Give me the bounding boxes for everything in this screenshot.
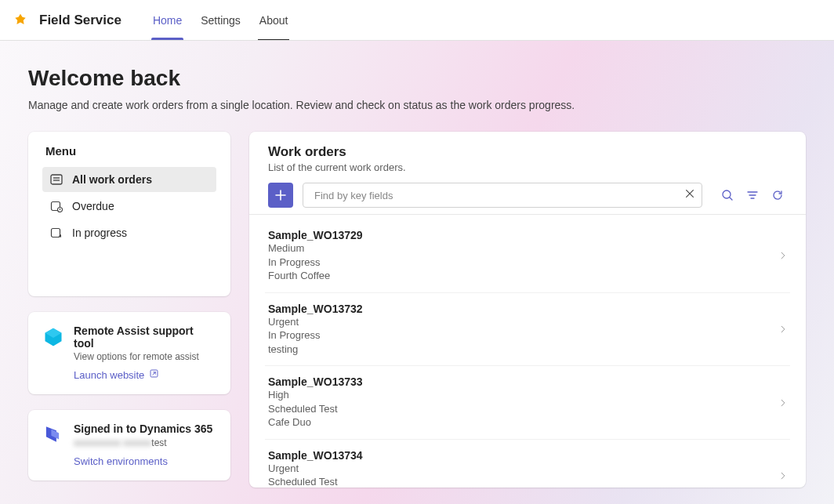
app-logo-icon bbox=[13, 13, 28, 28]
svg-point-10 bbox=[723, 190, 731, 198]
panel-title: Work orders bbox=[268, 144, 787, 160]
nav-tab-home[interactable]: Home bbox=[143, 0, 191, 40]
clear-icon[interactable] bbox=[684, 188, 695, 202]
work-order-status: Scheduled Test bbox=[268, 402, 779, 416]
hexagon-icon bbox=[42, 326, 64, 348]
chevron-right-icon bbox=[779, 322, 787, 336]
chevron-right-icon bbox=[779, 469, 787, 483]
work-order-status: In Progress bbox=[268, 328, 779, 343]
work-order-account: Fourth Coffee bbox=[268, 269, 779, 283]
search-icon[interactable] bbox=[721, 189, 734, 201]
svg-line-11 bbox=[730, 198, 732, 200]
dynamics-card: Signed in to Dynamics 365 xxxxxxxxxx xxx… bbox=[28, 410, 230, 480]
work-orders-panel: Work orders List of the current work ord… bbox=[249, 132, 806, 488]
work-order-priority: Medium bbox=[268, 241, 779, 256]
remote-assist-title: Remote Assist support tool bbox=[74, 325, 216, 350]
work-order-name: Sample_WO13729 bbox=[268, 229, 779, 241]
main-area: Welcome back Manage and create work orde… bbox=[0, 41, 834, 504]
chevron-right-icon bbox=[779, 396, 787, 410]
list-icon bbox=[50, 173, 63, 186]
work-order-name: Sample_WO13734 bbox=[268, 449, 779, 462]
work-order-account: testing bbox=[268, 343, 779, 357]
nav-tabs: Home Settings About bbox=[143, 0, 298, 40]
search-input[interactable] bbox=[313, 189, 684, 202]
filter-icon[interactable] bbox=[746, 189, 759, 201]
work-order-name: Sample_WO13732 bbox=[268, 303, 779, 315]
work-order-priority: Urgent bbox=[268, 462, 779, 476]
dynamics-title: Signed in to Dynamics 365 bbox=[74, 422, 212, 435]
nav-tab-settings[interactable]: Settings bbox=[191, 0, 250, 40]
menu-item-overdue[interactable]: Overdue bbox=[42, 194, 216, 219]
search-field[interactable] bbox=[303, 183, 702, 208]
menu-card: Menu All work orders Overdue bbox=[28, 132, 230, 296]
svg-rect-0 bbox=[51, 175, 62, 184]
work-order-status: In Progress bbox=[268, 256, 779, 270]
menu-item-label: All work orders bbox=[72, 173, 152, 186]
refresh-icon[interactable] bbox=[771, 189, 784, 201]
calendar-alert-icon bbox=[50, 200, 63, 212]
add-work-order-button[interactable] bbox=[268, 183, 293, 208]
remote-assist-subtitle: View options for remote assist bbox=[74, 351, 216, 362]
menu-item-label: Overdue bbox=[72, 200, 114, 212]
work-order-priority: High bbox=[268, 388, 779, 402]
work-order-priority: Urgent bbox=[268, 315, 779, 329]
menu-item-in-progress[interactable]: In progress bbox=[42, 220, 216, 245]
progress-icon bbox=[50, 227, 63, 239]
work-order-account: Cafe Duo bbox=[268, 415, 779, 430]
top-bar: Field Service Home Settings About bbox=[0, 0, 834, 41]
nav-tab-about[interactable]: About bbox=[250, 0, 298, 40]
external-link-icon bbox=[149, 368, 159, 381]
page-subtitle: Manage and create work orders from a sin… bbox=[28, 99, 806, 111]
work-order-item[interactable]: Sample_WO13729MediumIn ProgressFourth Co… bbox=[265, 219, 790, 293]
svg-rect-6 bbox=[52, 229, 60, 237]
app-title: Field Service bbox=[39, 13, 121, 28]
page-title: Welcome back bbox=[28, 66, 806, 91]
chevron-right-icon bbox=[779, 248, 787, 263]
work-order-item[interactable]: Sample_WO13732UrgentIn Progresstesting bbox=[265, 293, 790, 367]
work-order-item[interactable]: Sample_WO13734UrgentScheduled TestCafe D… bbox=[265, 440, 790, 488]
remote-assist-card: Remote Assist support tool View options … bbox=[28, 312, 230, 394]
dynamics-icon bbox=[42, 424, 64, 446]
work-order-item[interactable]: Sample_WO13733HighScheduled TestCafe Duo bbox=[265, 366, 790, 440]
menu-item-label: In progress bbox=[72, 227, 127, 239]
switch-environments-link[interactable]: Switch environments bbox=[74, 455, 168, 467]
launch-website-link[interactable]: Launch website bbox=[74, 368, 159, 381]
work-order-status: Scheduled Test bbox=[268, 475, 779, 488]
menu-title: Menu bbox=[42, 144, 216, 158]
menu-item-all-work-orders[interactable]: All work orders bbox=[42, 167, 216, 192]
work-order-name: Sample_WO13733 bbox=[268, 375, 779, 388]
environment-name: xxxxxxxxxx xxxxxxtest bbox=[74, 435, 212, 449]
panel-subtitle: List of the current work orders. bbox=[268, 161, 787, 173]
